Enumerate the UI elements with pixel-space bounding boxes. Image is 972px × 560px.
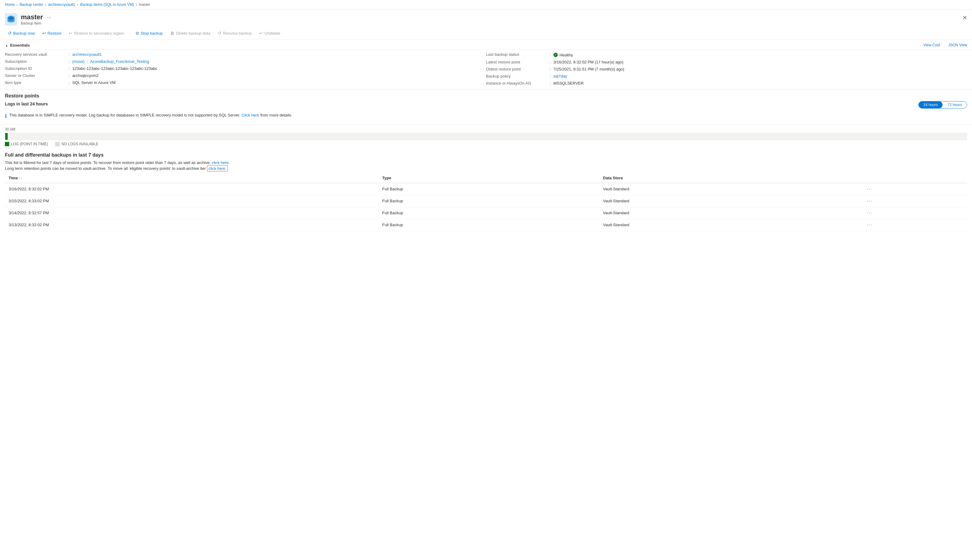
72h-toggle-button[interactable]: 72 hours bbox=[942, 102, 967, 108]
info-icon: ℹ bbox=[5, 113, 7, 119]
json-view-link[interactable]: JSON View bbox=[949, 43, 967, 48]
type-cell: Full Backup bbox=[378, 207, 599, 219]
delete-icon: 🗑 bbox=[170, 31, 175, 35]
essentials-vault-row: Recovery services vault : archiveccyvaul… bbox=[5, 52, 486, 57]
stop-backup-label: Stop backup bbox=[141, 31, 163, 35]
time-cell: 3/16/2022, 8:32:02 PM bbox=[5, 183, 378, 195]
time-column-header[interactable]: Time ↑↓ bbox=[5, 173, 378, 183]
close-button[interactable]: ✕ bbox=[962, 14, 967, 21]
breadcrumb-sep-2: › bbox=[45, 2, 46, 7]
row-actions-cell[interactable]: ··· bbox=[863, 183, 967, 195]
undelete-icon: ↩ bbox=[259, 31, 263, 35]
breadcrumb-sep-4: › bbox=[136, 2, 137, 7]
essentials-policy-row: Backup policy : sql7day bbox=[486, 74, 967, 78]
vault-link[interactable]: archiveccyvault1 bbox=[72, 52, 102, 57]
resume-backup-label: Resume backup bbox=[223, 31, 252, 35]
row-menu-button[interactable]: ··· bbox=[867, 222, 872, 227]
type-cell: Full Backup bbox=[378, 195, 599, 207]
restore-label: Restore bbox=[48, 31, 62, 35]
essentials-instance-row: Instance or AlwaysOn AG : MSSQLSERVER bbox=[486, 81, 967, 85]
table-row: 3/16/2022, 8:32:02 PM Full Backup Vault-… bbox=[5, 183, 967, 195]
breadcrumb-vault[interactable]: archiveccyvault1 bbox=[48, 2, 75, 7]
header-more-menu[interactable]: ··· bbox=[47, 14, 51, 21]
24h-toggle-button[interactable]: 24 hours bbox=[919, 102, 943, 108]
table-row: 3/15/2022, 8:33:02 PM Full Backup Vault-… bbox=[5, 195, 967, 207]
timeline-green-segment bbox=[5, 133, 8, 140]
undelete-label: Undelete bbox=[264, 31, 280, 35]
full-diff-backup-section: Full and differential backups in last 7 … bbox=[0, 149, 972, 235]
backup-now-button[interactable]: ↺ Backup now bbox=[5, 29, 38, 37]
policy-value: sql7day bbox=[554, 74, 567, 78]
info-click-here-link[interactable]: Click here bbox=[242, 113, 259, 117]
essentials-title-text: Essentials bbox=[10, 43, 30, 48]
essentials-title-row: ▲ Essentials bbox=[5, 43, 30, 48]
backup-now-label: Backup now bbox=[13, 31, 35, 35]
latest-rp-label: Latest restore point bbox=[486, 60, 547, 64]
essentials-server-row: Server or Cluster : archsqlccyvm2 bbox=[5, 73, 486, 78]
server-value: archsqlccyvm2 bbox=[72, 73, 99, 78]
subid-value: 123abc-123abc-123abc-123abc-123abc-123ab… bbox=[72, 66, 158, 71]
essentials-oldest-row: Oldest restore point : 7/25/2021, 8:31:5… bbox=[486, 67, 967, 72]
restore-secondary-button[interactable]: ↩ Restore to secondary region bbox=[66, 29, 127, 37]
resume-backup-button[interactable]: ↺ Resume backup bbox=[215, 29, 255, 37]
instance-label: Instance or AlwaysOn AG bbox=[486, 81, 547, 85]
page-title: master bbox=[21, 13, 43, 21]
restore-icon: ↩ bbox=[42, 31, 46, 35]
legend-green-color bbox=[5, 142, 9, 146]
header-icon bbox=[5, 13, 17, 25]
restore-button[interactable]: ↩ Restore bbox=[39, 29, 65, 37]
datastore-cell: Vault-Standard bbox=[599, 183, 863, 195]
time-cell: 3/14/2022, 8:32:57 PM bbox=[5, 207, 378, 219]
breadcrumb-current: master bbox=[139, 2, 150, 7]
type-cell: Full Backup bbox=[378, 183, 599, 195]
essentials-links: View Cost | JSON View bbox=[924, 43, 967, 48]
subscription-name-link[interactable]: AzureBackup_Functional_Testing bbox=[90, 59, 149, 64]
legend-gray-color bbox=[55, 142, 60, 146]
row-actions-cell[interactable]: ··· bbox=[863, 219, 967, 231]
backup-now-icon: ↺ bbox=[8, 31, 12, 35]
toolbar-separator bbox=[130, 30, 130, 36]
row-menu-button[interactable]: ··· bbox=[867, 210, 872, 215]
subscription-move-link[interactable]: (move) bbox=[72, 59, 85, 64]
policy-label: Backup policy bbox=[486, 74, 547, 78]
page-header: master Backup Item ··· ✕ bbox=[0, 10, 972, 28]
breadcrumb-sep-3: › bbox=[77, 2, 78, 7]
policy-link[interactable]: sql7day bbox=[554, 74, 567, 78]
type-cell: Full Backup bbox=[378, 219, 599, 231]
click-here-1-link[interactable]: click here. bbox=[212, 160, 230, 165]
table-row: 3/14/2022, 8:32:57 PM Full Backup Vault-… bbox=[5, 207, 967, 219]
click-here-2-link[interactable]: click here. bbox=[207, 165, 228, 171]
breadcrumb-backup-center[interactable]: Backup center bbox=[20, 2, 43, 7]
essentials-header: ▲ Essentials View Cost | JSON View bbox=[0, 40, 972, 50]
row-actions-cell[interactable]: ··· bbox=[863, 207, 967, 219]
delete-backup-button[interactable]: 🗑 Delete backup data bbox=[167, 29, 213, 37]
legend-log: LOG (POINT IN TIME) bbox=[5, 142, 48, 146]
breadcrumb-backup-items[interactable]: Backup Items (SQL in Azure VM) bbox=[80, 2, 134, 7]
essentials-right-col: Last backup status : Healthy Latest rest… bbox=[486, 52, 967, 85]
timeline-area: 30 AM LOG (POINT IN TIME) NO LOGS AVAILA… bbox=[0, 125, 972, 149]
essentials-subscription-row: Subscription : (move) : AzureBackup_Func… bbox=[5, 59, 486, 64]
breadcrumb-home[interactable]: Home bbox=[5, 2, 15, 7]
info-message: ℹ This database is in SIMPLE recovery mo… bbox=[5, 111, 967, 121]
essentials-collapse-icon[interactable]: ▲ bbox=[5, 43, 8, 47]
datastore-cell: Vault-Standard bbox=[599, 195, 863, 207]
stop-backup-button[interactable]: ⊘ Stop backup bbox=[132, 29, 166, 37]
subid-label: Subscription ID bbox=[5, 66, 66, 71]
undelete-button[interactable]: ↩ Undelete bbox=[256, 29, 283, 37]
backup-desc-2: Long term retention points can be moved … bbox=[5, 166, 967, 171]
status-value: Healthy bbox=[554, 53, 573, 57]
actions-column-header bbox=[863, 173, 967, 183]
time-cell: 3/13/2022, 8:32:02 PM bbox=[5, 219, 378, 231]
view-cost-link[interactable]: View Cost bbox=[924, 43, 940, 48]
essentials-body: Recovery services vault : archiveccyvaul… bbox=[0, 50, 972, 90]
status-dot bbox=[554, 53, 558, 57]
row-menu-button[interactable]: ··· bbox=[867, 187, 872, 192]
time-toggle: 24 hours 72 hours bbox=[918, 101, 967, 108]
full-diff-title: Full and differential backups in last 7 … bbox=[5, 152, 967, 158]
subscription-value: (move) : AzureBackup_Functional_Testing bbox=[72, 59, 149, 64]
vault-label: Recovery services vault bbox=[5, 52, 66, 57]
oldest-rp-label: Oldest restore point bbox=[486, 67, 547, 72]
row-menu-button[interactable]: ··· bbox=[867, 198, 872, 203]
restore-points-section: Restore points Logs in last 24 hours 24 … bbox=[0, 90, 972, 125]
row-actions-cell[interactable]: ··· bbox=[863, 195, 967, 207]
